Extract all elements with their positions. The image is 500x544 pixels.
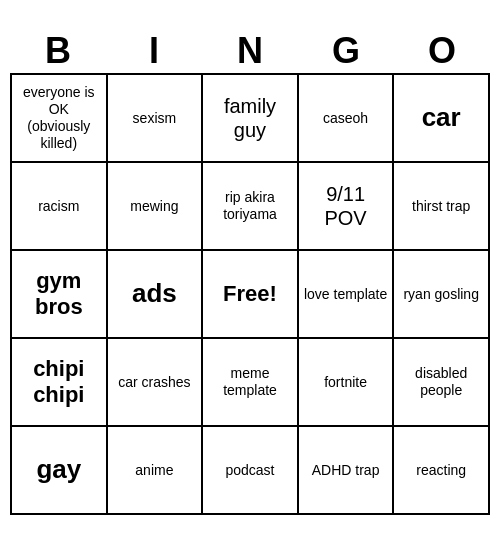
bingo-letter: O — [394, 29, 490, 73]
bingo-cell-4-3: ADHD trap — [299, 427, 395, 515]
bingo-cell-2-2: Free! — [203, 251, 299, 339]
bingo-cell-1-1: mewing — [108, 163, 204, 251]
bingo-cell-4-1: anime — [108, 427, 204, 515]
bingo-grid: everyone is OK (obviously killed)sexismf… — [10, 73, 490, 515]
bingo-letter: G — [298, 29, 394, 73]
bingo-letter: B — [10, 29, 106, 73]
bingo-cell-3-2: meme template — [203, 339, 299, 427]
bingo-card: BINGO everyone is OK (obviously killed)s… — [10, 29, 490, 515]
bingo-cell-2-4: ryan gosling — [394, 251, 490, 339]
bingo-cell-0-3: caseoh — [299, 75, 395, 163]
bingo-letter: I — [106, 29, 202, 73]
bingo-header: BINGO — [10, 29, 490, 73]
bingo-cell-2-1: ads — [108, 251, 204, 339]
bingo-cell-4-2: podcast — [203, 427, 299, 515]
bingo-cell-4-0: gay — [12, 427, 108, 515]
bingo-cell-1-4: thirst trap — [394, 163, 490, 251]
bingo-cell-4-4: reacting — [394, 427, 490, 515]
bingo-cell-0-2: family guy — [203, 75, 299, 163]
bingo-cell-1-2: rip akira toriyama — [203, 163, 299, 251]
bingo-cell-0-4: car — [394, 75, 490, 163]
bingo-cell-3-3: fortnite — [299, 339, 395, 427]
bingo-letter: N — [202, 29, 298, 73]
bingo-cell-0-0: everyone is OK (obviously killed) — [12, 75, 108, 163]
bingo-cell-3-1: car crashes — [108, 339, 204, 427]
bingo-cell-3-4: disabled people — [394, 339, 490, 427]
bingo-cell-3-0: chipi chipi — [12, 339, 108, 427]
bingo-cell-2-0: gym bros — [12, 251, 108, 339]
bingo-cell-2-3: love template — [299, 251, 395, 339]
bingo-cell-1-3: 9/11 POV — [299, 163, 395, 251]
bingo-cell-0-1: sexism — [108, 75, 204, 163]
bingo-cell-1-0: racism — [12, 163, 108, 251]
